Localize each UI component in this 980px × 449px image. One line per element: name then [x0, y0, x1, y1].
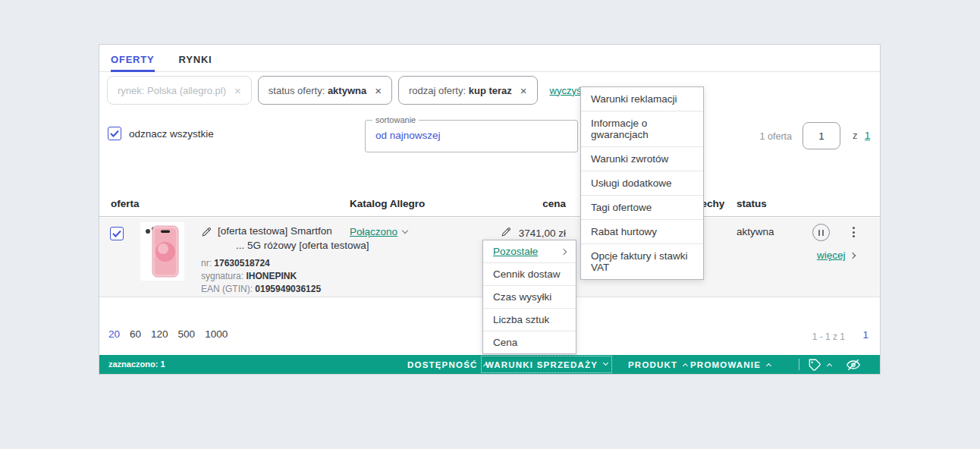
chevron-right-icon [849, 252, 855, 258]
filter-chip-status-label: status oferty: aktywna [269, 85, 366, 96]
menu-item-uslugi-dodatkowe[interactable]: Usługi dodatkowe [581, 171, 703, 195]
table-header: oferta Katalog Allegro cena cechy status [99, 196, 880, 217]
catalog-cell: Połączono [350, 226, 407, 237]
smartphone-image [140, 222, 184, 281]
menu-item-informacje-o-gwarancjach[interactable]: Informacje o gwarancjach [581, 111, 703, 146]
row-checkbox[interactable] [110, 227, 124, 240]
promotion-button[interactable]: PROMOWANIE [690, 355, 771, 374]
sort-select-value: od najnowszej [366, 121, 577, 150]
filter-chip-market-label: rynek: Polska (allegro.pl) [118, 85, 226, 96]
tags-button[interactable] [808, 355, 831, 374]
chevron-down-icon [402, 227, 408, 233]
page-size-selector: 20 60 120 500 1000 [108, 328, 228, 340]
column-header-catalog: Katalog Allegro [350, 198, 425, 209]
edit-price-icon[interactable] [501, 226, 512, 240]
sort-select[interactable]: sortowanie od najnowszej [365, 120, 578, 152]
filter-chip-offer-type-label: rodzaj oferty: kup teraz [409, 85, 512, 96]
chevron-up-icon [683, 363, 688, 369]
bulk-action-bar: zaznaczono: 1 DOSTĘPNOŚĆ WARUNKI SPRZEDA… [99, 355, 880, 374]
offer-count-label: 1 oferta [744, 131, 792, 142]
edit-title-icon[interactable] [201, 226, 212, 240]
current-page-link[interactable]: 1 [862, 329, 868, 341]
action-bar-divider [799, 359, 799, 370]
filter-bar: rynek: Polska (allegro.pl) status oferty… [107, 75, 872, 105]
total-pages-link[interactable]: 1 [865, 130, 870, 141]
offer-meta: nr: 17630518724 sygnatura: IHONEPINK EAN… [201, 257, 321, 296]
remove-filter-icon[interactable] [375, 85, 382, 96]
chevron-up-icon [827, 363, 832, 369]
page-size-20[interactable]: 20 [108, 328, 120, 340]
page-of-label: z [853, 130, 858, 141]
selected-count-label: zaznaczono: 1 [108, 355, 165, 374]
page-size-120[interactable]: 120 [151, 328, 168, 340]
checkmark-icon [112, 230, 121, 237]
sales-terms-submenu: Warunki reklamacji Informacje o gwarancj… [580, 86, 704, 280]
menu-item-cennik-dostaw[interactable]: Cennik dostaw [483, 262, 576, 285]
remove-filter-icon[interactable] [520, 85, 527, 96]
sort-select-label: sortowanie [372, 115, 419, 124]
menu-item-opcje-faktury[interactable]: Opcje faktury i stawki VAT [581, 243, 703, 279]
page-size-60[interactable]: 60 [130, 328, 141, 340]
more-link[interactable]: więcej [817, 250, 855, 261]
select-all-checkbox[interactable] [108, 127, 121, 140]
menu-item-czas-wysylki[interactable]: Czas wysyłki [483, 285, 576, 308]
product-button[interactable]: PRODUKT [628, 355, 687, 374]
menu-item-tagi-ofertowe[interactable]: Tagi ofertowe [581, 195, 703, 219]
offer-title-line1: [oferta testowa] Smartfon [218, 224, 369, 238]
kebab-menu-icon[interactable] [849, 225, 859, 239]
chevron-right-icon [561, 248, 567, 254]
availability-button[interactable]: DOSTĘPNOŚĆ [407, 355, 488, 374]
product-image [140, 222, 184, 281]
menu-item-pozostale[interactable]: Pozostałe [483, 240, 576, 262]
column-header-price: cena [509, 198, 566, 209]
page-background: OFERTY RYNKI rynek: Polska (allegro.pl) … [0, 0, 980, 449]
pause-offer-button[interactable] [812, 224, 830, 241]
offer-signature: sygnatura: IHONEPINK [201, 270, 321, 283]
menu-item-warunki-reklamacji[interactable]: Warunki reklamacji [581, 87, 703, 111]
column-header-offer: oferta [111, 198, 140, 209]
offer-title[interactable]: [oferta testowa] Smartfon ... 5G różowy … [218, 224, 369, 253]
page-size-500[interactable]: 500 [178, 328, 196, 340]
eye-slash-icon [846, 357, 861, 372]
offer-number: nr: 17630518724 [201, 257, 321, 270]
select-all-control: odznacz wszystkie [108, 127, 214, 140]
checkmark-icon [110, 130, 119, 137]
menu-item-rabat-hurtowy[interactable]: Rabat hurtowy [581, 219, 703, 243]
results-range-label: 1 - 1 z 1 [812, 331, 845, 342]
chevron-up-icon [766, 363, 771, 369]
status-badge: aktywna [737, 226, 774, 237]
sales-terms-button[interactable]: WARUNKI SPRZEDAŻY [481, 356, 612, 373]
menu-item-liczba-sztuk[interactable]: Liczba sztuk [483, 308, 576, 331]
page-size-1000[interactable]: 1000 [205, 328, 228, 340]
filter-chip-offer-type[interactable]: rodzaj oferty: kup teraz [398, 76, 538, 105]
filter-chip-market[interactable]: rynek: Polska (allegro.pl) [107, 76, 252, 105]
toolbar: odznacz wszystkie sortowanie od najnowsz… [99, 120, 880, 155]
tab-bar: OFERTY RYNKI [99, 45, 880, 72]
column-header-status: status [737, 198, 767, 209]
filter-chip-status[interactable]: status oferty: aktywna [258, 76, 392, 105]
menu-item-cena[interactable]: Cena [483, 331, 576, 353]
offers-panel: OFERTY RYNKI rynek: Polska (allegro.pl) … [99, 44, 881, 375]
sales-terms-menu: Pozostałe Cennik dostaw Czas wysyłki Lic… [482, 240, 576, 354]
chevron-down-icon [603, 360, 608, 366]
tab-rynki[interactable]: RYNKI [179, 45, 212, 72]
menu-item-warunki-zwrotow[interactable]: Warunki zwrotów [581, 146, 703, 171]
remove-filter-icon[interactable] [234, 85, 241, 96]
select-all-label: odznacz wszystkie [129, 128, 214, 140]
catalog-linked-link[interactable]: Połączono [350, 226, 397, 237]
price-value: 3741,00 zł [519, 228, 566, 239]
tag-icon [808, 358, 821, 372]
offer-title-line2: ... 5G różowy [oferta testowa] [218, 238, 369, 253]
offer-ean: EAN (GTIN): 0195949036125 [201, 283, 321, 296]
page-number-input[interactable] [803, 122, 840, 149]
hide-offers-button[interactable] [846, 355, 861, 374]
more-link-label: więcej [817, 250, 846, 261]
tab-oferty[interactable]: OFERTY [111, 45, 155, 72]
price-cell: 3741,00 zł [463, 226, 566, 240]
